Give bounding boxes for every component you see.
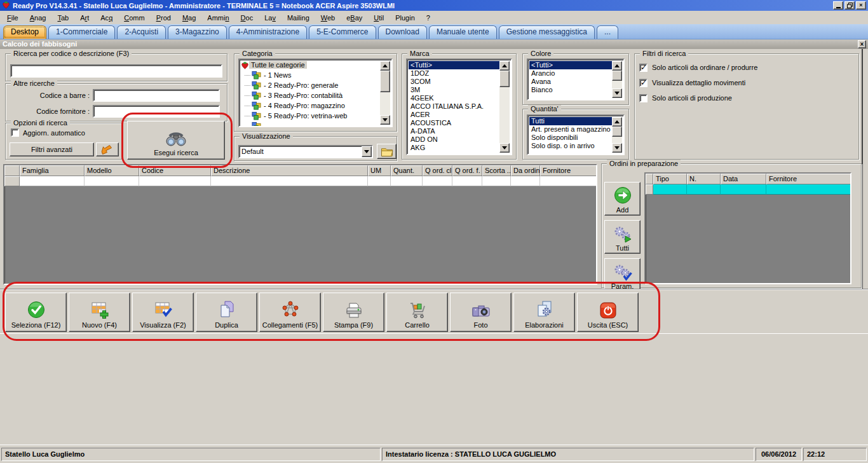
tree-item[interactable] — [240, 121, 391, 127]
filter-checkbox-0[interactable] — [639, 64, 648, 72]
column-header-descrizione[interactable]: Descrizione — [211, 165, 368, 176]
folder-icon[interactable] — [377, 144, 397, 159]
advanced-filters-button[interactable]: Filtri avanzati — [10, 142, 94, 156]
menu-item-acq[interactable]: Acq — [95, 11, 118, 24]
tree-item[interactable]: - 2 Ready-Pro: generale — [240, 80, 391, 90]
tab-4-amministrazione[interactable]: 4-Amministrazione — [229, 25, 307, 39]
scrollbar-thumb[interactable] — [499, 71, 510, 87]
toolbar-button-stampa-f9[interactable]: Stampa (F9) — [323, 293, 384, 332]
tab-manuale-utente[interactable]: Manuale utente — [429, 25, 497, 39]
menu-item-art[interactable]: Art — [74, 11, 95, 24]
marca-item[interactable]: ADD ON — [409, 135, 499, 144]
tab-2-acquisti[interactable]: 2-Acquisti — [117, 25, 166, 39]
barcode-input[interactable] — [93, 89, 220, 102]
scrollbar[interactable] — [380, 61, 390, 125]
quantita-item[interactable]: Art. presenti a magazzino — [529, 125, 612, 134]
tab-3-magazzino[interactable]: 3-Magazzino — [168, 25, 227, 39]
scrollbar-thumb[interactable] — [612, 127, 622, 137]
tree-item[interactable]: - 5 Ready-Pro: vetrina-web — [240, 111, 391, 121]
close-icon[interactable]: × — [858, 40, 866, 48]
scrollbar[interactable] — [612, 117, 622, 153]
toolbar-button-carrello[interactable]: Carrello — [386, 293, 448, 332]
marca-item[interactable]: A-DATA — [409, 127, 499, 135]
marca-item[interactable]: ACER — [409, 111, 499, 119]
toolbar-button-uscita-esc[interactable]: Uscita (ESC) — [577, 293, 639, 332]
marca-item[interactable]: 4GEEK — [409, 94, 499, 102]
visualizzazione-dropdown[interactable]: Default — [238, 145, 373, 158]
quantita-item[interactable]: Solo disponibili — [529, 134, 612, 142]
restore-icon[interactable] — [844, 1, 855, 10]
column-header-codice[interactable]: Codice — [139, 165, 211, 176]
scroll-down-icon[interactable] — [380, 115, 390, 125]
orange-hand-icon[interactable] — [96, 142, 119, 156]
filter-checkbox-1[interactable] — [639, 79, 648, 87]
column-header-scorta[interactable]: Scorta ... — [482, 165, 511, 176]
column-header-um[interactable]: UM — [368, 165, 391, 176]
minimize-icon[interactable] — [833, 1, 843, 10]
quantita-item[interactable]: Tutti — [529, 117, 612, 125]
menu-item-anag[interactable]: Anag — [24, 11, 52, 24]
marca-item[interactable]: 3COM — [409, 78, 499, 86]
search-input[interactable] — [10, 64, 222, 78]
menu-item-plugin[interactable]: Plugin — [390, 11, 421, 24]
quantita-item[interactable]: Solo disp. o in arrivo — [529, 142, 612, 150]
tab-download[interactable]: Download — [378, 25, 427, 39]
column-header-qordcl[interactable]: Q ord. cl. — [423, 165, 452, 176]
menu-item-mailing[interactable]: Mailing — [281, 11, 315, 24]
column-header-qordf[interactable]: Q ord. f. — [452, 165, 482, 176]
tree-item[interactable]: - 4 Ready-Pro: magazzino — [240, 100, 391, 111]
close-icon[interactable]: × — [856, 1, 866, 10]
column-header-quant[interactable]: Quant. — [391, 165, 423, 176]
scroll-down-icon[interactable] — [612, 88, 622, 98]
auto-update-checkbox[interactable] — [11, 128, 19, 137]
scrollbar[interactable] — [499, 61, 510, 153]
marca-item[interactable]: 1DOZ — [409, 69, 499, 78]
scroll-up-icon[interactable] — [612, 61, 622, 71]
ordini-column-header-data[interactable]: Data — [721, 174, 766, 184]
filter-checkbox-2[interactable] — [639, 94, 648, 102]
ordini-column-header-tipo[interactable]: Tipo — [653, 174, 687, 184]
column-header-selector[interactable] — [4, 165, 20, 176]
column-header-fornitore[interactable]: Fornitore — [540, 165, 597, 176]
toolbar-button-elaborazioni[interactable]: Elaborazioni — [513, 293, 575, 332]
scroll-down-icon[interactable] — [612, 143, 622, 153]
menu-item-doc[interactable]: Doc — [235, 11, 259, 24]
scrollbar[interactable] — [612, 61, 622, 98]
marca-item[interactable]: ACOUSTICA — [409, 119, 499, 127]
marca-item[interactable]: ACCO ITALIANA S.P.A. — [409, 102, 499, 111]
toolbar-button-nuovo-f4[interactable]: Nuovo (F4) — [69, 293, 130, 332]
scroll-up-icon[interactable] — [612, 117, 622, 127]
scrollbar-thumb[interactable] — [612, 71, 622, 81]
supplier-code-input[interactable] — [93, 105, 220, 118]
menu-item-prod[interactable]: Prod — [151, 11, 177, 24]
menu-item-util[interactable]: Util — [368, 11, 390, 24]
tab-1-commerciale[interactable]: 1-Commerciale — [48, 25, 115, 39]
ordini-column-header-n[interactable]: N. — [687, 174, 721, 184]
scrollbar-thumb[interactable] — [380, 71, 390, 92]
menu-item-ammin[interactable]: Ammin — [201, 11, 234, 24]
marca-item[interactable]: ALCATEL — [409, 152, 499, 153]
tree-item[interactable]: - 3 Ready-Pro: contabilità — [240, 90, 391, 100]
tree-item-root[interactable]: Tutte le categorie — [240, 60, 391, 70]
menu-item-ebay[interactable]: eBay — [341, 11, 368, 24]
column-header-daordin[interactable]: Da ordin. — [511, 165, 540, 176]
ordini-button-add[interactable]: Add — [604, 182, 641, 216]
menu-item-[interactable]: ? — [421, 11, 436, 24]
marca-item[interactable]: 3M — [409, 86, 499, 94]
toolbar-button-seleziona-f12[interactable]: Seleziona (F12) — [5, 293, 67, 332]
tab-desktop[interactable]: Desktop — [3, 25, 46, 39]
menu-item-comm[interactable]: Comm — [118, 11, 150, 24]
menu-item-web[interactable]: Web — [315, 11, 341, 24]
chevron-down-icon[interactable] — [362, 146, 372, 157]
colore-item[interactable]: Bianco — [529, 86, 612, 94]
tab----[interactable]: ... — [597, 25, 618, 39]
toolbar-button-foto[interactable]: Foto — [450, 293, 512, 332]
toolbar-button-visualizza-f2[interactable]: Visualizza (F2) — [132, 293, 194, 332]
ordini-column-header-selector[interactable] — [646, 174, 653, 184]
marca-item[interactable]: <Tutti> — [409, 61, 499, 69]
toolbar-button-collegamenti-f5[interactable]: Collegamenti (F5) — [259, 293, 321, 332]
ordini-button-param[interactable]: Param. — [604, 258, 641, 292]
toolbar-button-duplica[interactable]: Duplica — [196, 293, 257, 332]
scroll-up-icon[interactable] — [499, 61, 510, 71]
ordini-button-tutti[interactable]: Tutti — [604, 220, 641, 254]
